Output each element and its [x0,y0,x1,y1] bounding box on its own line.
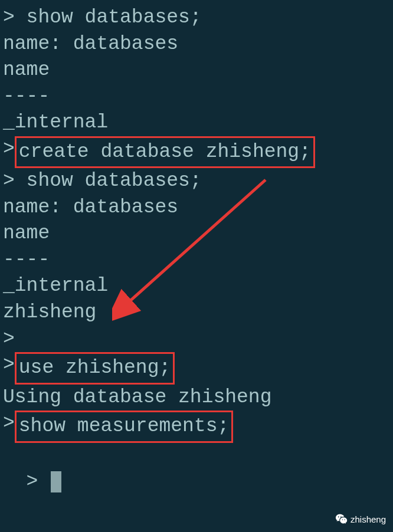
prompt-symbol: > [3,411,15,437]
prompt-symbol: > [3,136,15,163]
terminal-output-header-2: name: databases [3,195,390,221]
terminal-empty-prompt: > [3,326,390,353]
watermark-text: zhisheng [351,514,386,526]
terminal-output-using: Using database zhisheng [3,385,390,411]
terminal-line-use-db: > use zhisheng; [3,352,390,385]
highlight-box-create: create database zhisheng; [15,136,315,169]
terminal-output-column-2: name [3,221,390,247]
terminal-output-zhisheng: zhisheng [3,300,390,326]
highlight-box-measurements: show measurements; [15,411,233,443]
terminal-output-dash-2: ---- [3,247,390,274]
terminal-output-internal-1: _internal [3,110,390,136]
terminal-line-cmd-show-db-1: > show databases; [3,5,390,31]
terminal-line-cmd-show-db-2: > show databases; [3,168,390,195]
terminal-output-dash-1: ---- [3,84,390,110]
prompt-symbol: > [3,352,15,379]
watermark: zhisheng [335,513,386,526]
wechat-icon [335,513,348,526]
terminal-output-header-1: name: databases [3,31,390,58]
terminal-output-internal-2: _internal [3,273,390,300]
terminal-line-show-measurements: > show measurements; [3,411,390,443]
terminal-output-column-1: name [3,57,390,84]
highlight-box-use: use zhisheng; [15,352,175,385]
cursor-block [51,471,61,492]
terminal-line-create-db: > create database zhisheng; [3,136,390,169]
terminal-final-prompt[interactable]: > [3,443,390,495]
